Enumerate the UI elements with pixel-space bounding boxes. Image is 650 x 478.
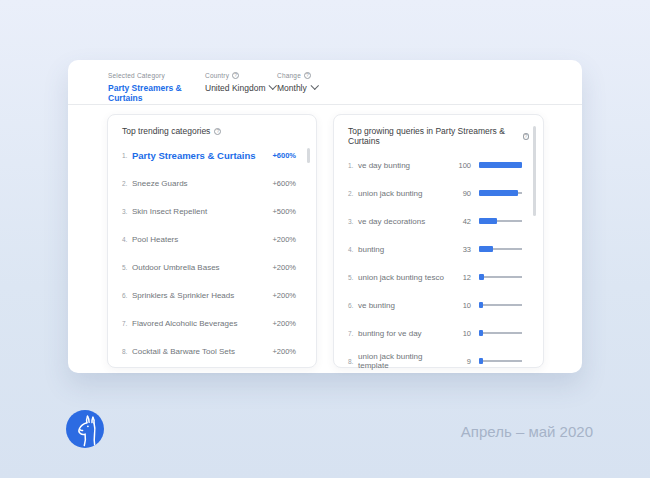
query-row: 4.bunting33: [348, 235, 543, 263]
query-label: bunting for ve day: [358, 329, 451, 338]
query-row: 2.union jack bunting90: [348, 179, 543, 207]
country-label: Country: [205, 72, 277, 79]
query-row: 7.bunting for ve day10: [348, 319, 543, 347]
query-value: 42: [451, 217, 471, 226]
query-value: 33: [451, 245, 471, 254]
query-value: 9: [451, 357, 471, 366]
query-label: ve day bunting: [358, 161, 451, 170]
query-value: 10: [451, 301, 471, 310]
query-value: 90: [451, 189, 471, 198]
row-rank: 3.: [122, 208, 129, 215]
change-label-text: Change: [277, 72, 301, 79]
filter-change: Change Monthly: [277, 72, 317, 93]
row-rank: 8.: [348, 358, 355, 365]
row-rank: 7.: [348, 330, 355, 337]
filter-country: Country United Kingdom: [205, 72, 277, 93]
trending-categories-panel: Top trending categories 1.Party Streamer…: [107, 114, 317, 368]
bar-fill: [479, 302, 483, 308]
query-bar: [479, 218, 522, 224]
country-dropdown[interactable]: United Kingdom: [205, 83, 277, 93]
help-icon[interactable]: [214, 128, 221, 135]
query-label: union jack bunting tesco: [358, 273, 451, 282]
trending-panel-title: Top trending categories: [122, 126, 316, 136]
bar-fill: [479, 274, 484, 280]
bar-fill: [479, 190, 518, 196]
category-label: Sprinklers & Sprinkler Heads: [132, 291, 272, 300]
query-label: ve bunting: [358, 301, 451, 310]
row-rank: 1.: [348, 162, 355, 169]
query-row: 3.ve day decorations42: [348, 207, 543, 235]
row-rank: 8.: [122, 348, 129, 355]
bar-track: [479, 304, 522, 306]
trending-title-text: Top trending categories: [122, 126, 210, 136]
change-dropdown[interactable]: Monthly: [277, 83, 317, 93]
row-rank: 4.: [348, 246, 355, 253]
category-change-value: +200%: [272, 235, 296, 244]
category-row[interactable]: 2.Sneeze Guards+600%: [122, 169, 316, 197]
query-bar: [479, 162, 522, 168]
query-label: bunting: [358, 245, 451, 254]
query-bar: [479, 190, 522, 196]
category-label: Cocktail & Barware Tool Sets: [132, 347, 272, 356]
category-row[interactable]: 6.Sprinklers & Sprinkler Heads+200%: [122, 281, 316, 309]
row-rank: 5.: [122, 264, 129, 271]
queries-panel-title: Top growing queries in Party Streamers &…: [348, 126, 543, 146]
category-label: Party Streamers & Curtains: [132, 150, 272, 161]
row-rank: 1.: [122, 152, 129, 159]
scrollbar-thumb[interactable]: [307, 148, 310, 163]
category-change-value: +200%: [272, 263, 296, 272]
help-icon[interactable]: [232, 72, 239, 79]
row-rank: 2.: [348, 190, 355, 197]
growing-query-list: 1.ve day bunting1002.union jack bunting9…: [348, 151, 543, 375]
query-value: 12: [451, 273, 471, 282]
query-bar: [479, 330, 522, 336]
category-change-value: +200%: [272, 347, 296, 356]
query-label: union jack bunting: [358, 189, 451, 198]
scrollbar-thumb[interactable]: [533, 126, 536, 216]
query-value: 10: [451, 329, 471, 338]
row-rank: 4.: [122, 236, 129, 243]
category-row[interactable]: 3.Skin Insect Repellent+500%: [122, 197, 316, 225]
help-icon[interactable]: [304, 72, 311, 79]
category-row[interactable]: 1.Party Streamers & Curtains+600%: [122, 141, 316, 169]
help-icon[interactable]: [523, 133, 529, 140]
chevron-down-icon: [311, 81, 319, 89]
category-row[interactable]: 8.Cocktail & Barware Tool Sets+200%: [122, 337, 316, 365]
query-row: 1.ve day bunting100: [348, 151, 543, 179]
row-rank: 6.: [122, 292, 129, 299]
queries-title-text: Top growing queries in Party Streamers &…: [348, 126, 519, 146]
category-change-value: +500%: [272, 207, 296, 216]
category-label: Skin Insect Repellent: [132, 207, 272, 216]
selected-category-label: Selected Category: [108, 72, 205, 79]
trending-category-list: 1.Party Streamers & Curtains+600%2.Sneez…: [122, 141, 316, 365]
filters-bar: Selected Category Party Streamers & Curt…: [68, 60, 582, 103]
chevron-down-icon: [269, 81, 277, 89]
row-rank: 2.: [122, 180, 129, 187]
bar-fill: [479, 218, 497, 224]
category-change-value: +600%: [272, 151, 296, 160]
query-bar: [479, 302, 522, 308]
llama-logo: [66, 410, 104, 452]
category-row[interactable]: 5.Outdoor Umbrella Bases+200%: [122, 253, 316, 281]
bar-track: [479, 332, 522, 334]
country-value: United Kingdom: [205, 83, 265, 93]
query-bar: [479, 246, 522, 252]
main-card: Selected Category Party Streamers & Curt…: [68, 60, 582, 373]
selected-category-value[interactable]: Party Streamers & Curtains: [108, 83, 205, 103]
header-divider: [68, 104, 582, 105]
query-label: union jack bunting template: [358, 352, 451, 370]
query-value: 100: [451, 161, 471, 170]
change-label: Change: [277, 72, 317, 79]
country-label-text: Country: [205, 72, 229, 79]
row-rank: 7.: [122, 320, 129, 327]
query-bar: [479, 358, 522, 364]
category-label: Sneeze Guards: [132, 179, 272, 188]
bar-fill: [479, 162, 522, 168]
category-row[interactable]: 4.Pool Heaters+200%: [122, 225, 316, 253]
bar-track: [479, 360, 522, 362]
category-label: Pool Heaters: [132, 235, 272, 244]
app-background: Selected Category Party Streamers & Curt…: [0, 0, 650, 478]
row-rank: 6.: [348, 302, 355, 309]
query-row: 8.union jack bunting template9: [348, 347, 543, 375]
category-row[interactable]: 7.Flavored Alcoholic Beverages+200%: [122, 309, 316, 337]
